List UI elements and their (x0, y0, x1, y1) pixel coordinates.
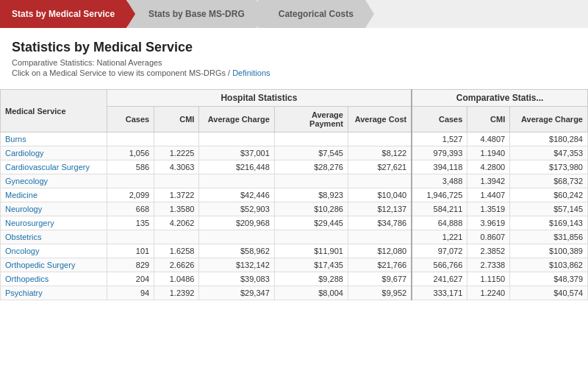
cell-cmi2: 0.8607 (467, 230, 510, 244)
cell-service: Oncology (1, 244, 107, 258)
cell-avg_charge2: $180,284 (510, 132, 588, 146)
service-link[interactable]: Burns (5, 135, 26, 144)
cell-avg_charge2: $100,389 (510, 244, 588, 258)
cell-avg_charge: $209,968 (199, 216, 274, 230)
col-header-cmi: CMI (154, 107, 199, 132)
cell-cases (107, 174, 154, 188)
cell-cases: 1,056 (107, 146, 154, 160)
table-row: Burns1,5274.4807$180,284 (1, 132, 588, 146)
service-link[interactable]: Neurology (5, 205, 42, 213)
cell-avg_charge: $42,446 (199, 188, 274, 202)
service-link[interactable]: Gynecology (5, 177, 48, 185)
cell-avg_charge2: $47,353 (510, 146, 588, 160)
cell-avg_charge2: $173,980 (510, 160, 588, 174)
statistics-table-container: Medical Service Hospital Statistics Comp… (0, 89, 588, 300)
cell-avg_payment: $8,004 (274, 286, 348, 300)
col-header-avg-charge2: Average Charge (510, 107, 588, 132)
cell-cmi2: 2.7338 (467, 258, 510, 272)
cell-avg_payment (274, 132, 348, 146)
cell-avg_charge: $39,083 (199, 272, 274, 286)
service-link[interactable]: Psychiatry (5, 289, 43, 297)
section-hospital: Hospital Statistics (107, 90, 412, 107)
cell-avg_cost (348, 174, 412, 188)
cell-avg_cost (348, 132, 412, 146)
cell-avg_payment: $17,435 (274, 258, 348, 272)
cell-avg_cost: $9,677 (348, 272, 412, 286)
cell-cmi2: 1.2240 (467, 286, 510, 300)
cell-cmi: 1.6258 (154, 244, 199, 258)
cell-cmi: 2.6626 (154, 258, 199, 272)
service-link[interactable]: Cardiology (5, 149, 44, 158)
cell-cmi2: 4.2800 (467, 160, 510, 174)
service-link[interactable]: Orthopedics (5, 275, 49, 283)
statistics-table: Medical Service Hospital Statistics Comp… (0, 89, 588, 300)
cell-avg_payment (274, 174, 348, 188)
breadcrumb-medical-service[interactable]: Stats by Medical Service (0, 0, 126, 28)
cell-avg_charge: $216,448 (199, 160, 274, 174)
cell-cmi2: 1.3942 (467, 174, 510, 188)
cell-cases2: 333,171 (412, 286, 467, 300)
breadcrumb-ms-drg[interactable]: Stats by Base MS-DRG (128, 0, 257, 28)
cell-cases: 668 (107, 202, 154, 216)
cell-service: Cardiology (1, 146, 107, 160)
definitions-link[interactable]: Definitions (232, 68, 270, 77)
breadcrumb-categorical-costs[interactable]: Categorical Costs (258, 0, 365, 28)
cell-avg_payment: $28,276 (274, 160, 348, 174)
cell-avg_charge2: $169,143 (510, 216, 588, 230)
page-instruction: Click on a Medical Service to view its c… (12, 68, 576, 77)
cell-avg_charge2: $68,732 (510, 174, 588, 188)
cell-service: Medicine (1, 188, 107, 202)
cell-cases2: 1,946,725 (412, 188, 467, 202)
cell-cases: 586 (107, 160, 154, 174)
cell-cases2: 1,221 (412, 230, 467, 244)
cell-avg_payment: $29,445 (274, 216, 348, 230)
col-header-avg-charge: Average Charge (199, 107, 274, 132)
service-link[interactable]: Orthopedic Surgery (5, 261, 75, 269)
service-link[interactable]: Oncology (5, 247, 39, 255)
service-link[interactable]: Obstetrics (5, 233, 42, 241)
cell-cases2: 241,627 (412, 272, 467, 286)
cell-avg_cost: $27,621 (348, 160, 412, 174)
table-row: Oncology1011.6258$58,962$11,901$12,08097… (1, 244, 588, 258)
col-header-cmi2: CMI (467, 107, 510, 132)
cell-avg_payment: $10,286 (274, 202, 348, 216)
section-comparative: Comparative Statis... (412, 90, 587, 107)
cell-avg_charge: $37,001 (199, 146, 274, 160)
table-row: Neurosurgery1354.2062$209,968$29,445$34,… (1, 216, 588, 230)
cell-avg_charge (199, 132, 274, 146)
service-link[interactable]: Cardiovascular Surgery (5, 163, 90, 171)
cell-avg_charge2: $103,862 (510, 258, 588, 272)
cell-service: Neurology (1, 202, 107, 216)
table-row: Neurology6681.3580$52,903$10,286$12,1375… (1, 202, 588, 216)
cell-avg_charge2: $57,145 (510, 202, 588, 216)
cell-cmi2: 1.1150 (467, 272, 510, 286)
cell-service: Psychiatry (1, 286, 107, 300)
cell-cases2: 3,488 (412, 174, 467, 188)
table-row: Gynecology3,4881.3942$68,732 (1, 174, 588, 188)
cell-cases2: 584,211 (412, 202, 467, 216)
cell-service: Cardiovascular Surgery (1, 160, 107, 174)
cell-avg_charge2: $48,379 (510, 272, 588, 286)
cell-avg_charge2: $60,242 (510, 188, 588, 202)
cell-cmi (154, 230, 199, 244)
cell-avg_payment: $9,288 (274, 272, 348, 286)
cell-service: Gynecology (1, 174, 107, 188)
cell-cases: 2,099 (107, 188, 154, 202)
page-header: Statistics by Medical Service Comparativ… (0, 28, 588, 83)
table-row: Cardiology1,0561.2225$37,001$7,545$8,122… (1, 146, 588, 160)
cell-cmi2: 2.3852 (467, 244, 510, 258)
cell-cmi: 4.2062 (154, 216, 199, 230)
breadcrumb-nav: Stats by Medical Service Stats by Base M… (0, 0, 588, 28)
col-header-service: Medical Service (1, 90, 107, 132)
service-link[interactable]: Medicine (5, 191, 37, 199)
cell-avg_charge: $52,903 (199, 202, 274, 216)
cell-cmi: 1.3580 (154, 202, 199, 216)
table-row: Orthopedic Surgery8292.6626$132,142$17,4… (1, 258, 588, 272)
cell-cmi (154, 174, 199, 188)
service-link[interactable]: Neurosurgery (5, 219, 54, 227)
cell-avg_charge: $132,142 (199, 258, 274, 272)
cell-avg_cost: $10,040 (348, 188, 412, 202)
col-header-avg-payment: Average Payment (274, 107, 348, 132)
cell-avg_cost: $12,137 (348, 202, 412, 216)
cell-avg_charge (199, 174, 274, 188)
